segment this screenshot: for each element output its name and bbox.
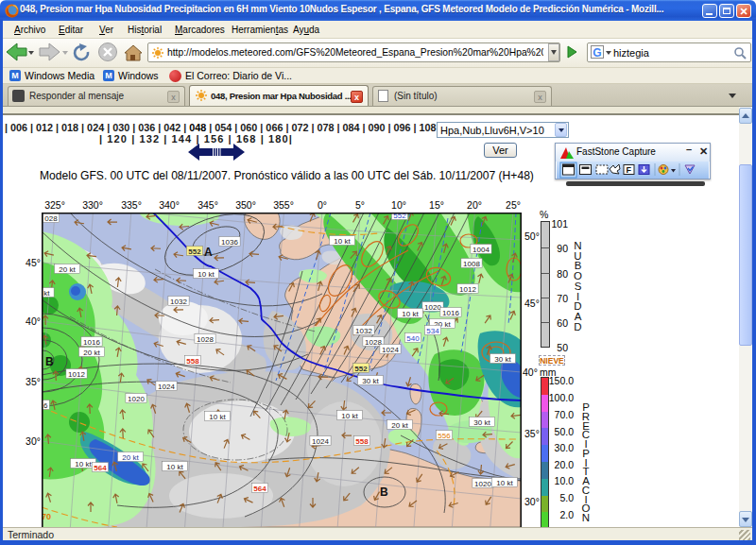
svg-text:1020: 1020 <box>128 395 145 403</box>
svg-text:1020: 1020 <box>474 480 491 488</box>
svg-text:30 kt: 30 kt <box>362 377 379 385</box>
svg-text:556: 556 <box>438 432 451 440</box>
svg-text:564: 564 <box>253 485 266 493</box>
svg-text:1024: 1024 <box>382 346 399 354</box>
svg-text:028: 028 <box>44 214 58 223</box>
svg-text:10 kt: 10 kt <box>209 413 226 421</box>
svg-text:10 kt: 10 kt <box>496 479 513 487</box>
svg-text:10 kt: 10 kt <box>198 270 215 279</box>
svg-text:1032: 1032 <box>170 298 187 306</box>
svg-text:564: 564 <box>94 464 107 472</box>
svg-text:540: 540 <box>406 334 420 343</box>
svg-text:1020: 1020 <box>424 303 441 312</box>
svg-text:20 kt: 20 kt <box>83 349 100 357</box>
svg-text:1032: 1032 <box>355 327 372 335</box>
svg-text:558: 558 <box>355 437 369 446</box>
svg-text:F: F <box>627 165 632 175</box>
svg-text:558: 558 <box>186 357 199 366</box>
svg-text:1024: 1024 <box>158 383 175 391</box>
svg-text:1012: 1012 <box>68 370 85 379</box>
svg-text:1008: 1008 <box>463 260 480 268</box>
svg-text:552: 552 <box>354 365 368 373</box>
svg-text:B: B <box>45 355 54 368</box>
svg-text:A: A <box>204 246 213 259</box>
svg-text:10 kt: 10 kt <box>334 237 351 246</box>
svg-text:1016: 1016 <box>442 309 459 317</box>
svg-text:1028: 1028 <box>197 335 214 344</box>
svg-text:30 kt: 30 kt <box>494 355 511 364</box>
svg-text:1012: 1012 <box>459 285 476 294</box>
svg-text:10 kt: 10 kt <box>75 460 92 468</box>
svg-text:20 kt: 20 kt <box>122 453 139 462</box>
svg-text:B: B <box>380 485 388 499</box>
svg-text:20 kt: 20 kt <box>391 421 408 430</box>
svg-text:10 kt: 10 kt <box>341 412 358 420</box>
svg-text:30 kt: 30 kt <box>473 418 490 427</box>
svg-text:1016: 1016 <box>83 338 100 347</box>
svg-text:534: 534 <box>426 327 439 335</box>
svg-text:552: 552 <box>188 247 201 256</box>
svg-text:1004: 1004 <box>472 246 490 254</box>
svg-text:1036: 1036 <box>221 238 238 247</box>
svg-text:10 kt: 10 kt <box>402 310 419 318</box>
svg-text:1024: 1024 <box>312 437 329 446</box>
svg-text:20 kt: 20 kt <box>59 265 76 274</box>
svg-text:10 kt: 10 kt <box>166 463 183 471</box>
